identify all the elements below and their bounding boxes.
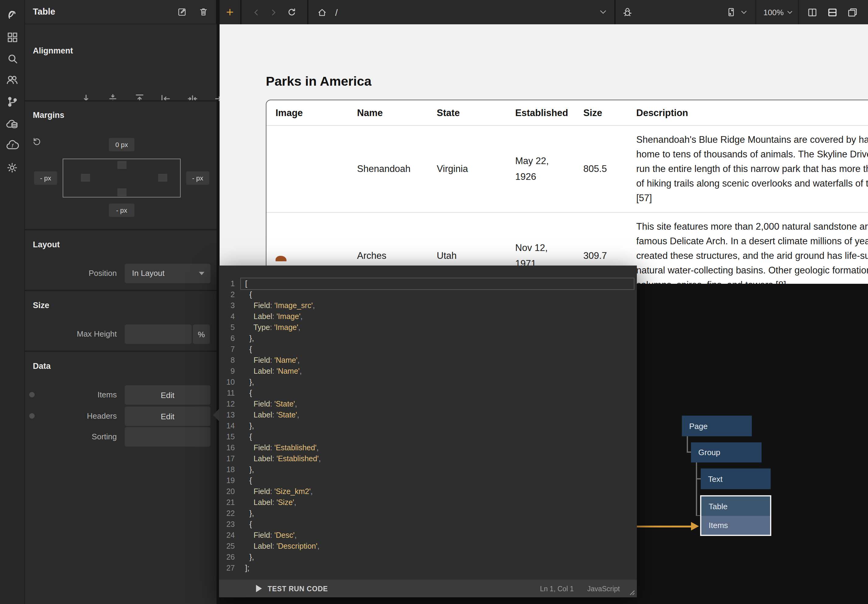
chevron-down-icon [199,272,205,276]
split-columns-icon[interactable] [806,6,818,18]
margin-top-input[interactable]: 0 px [109,138,135,151]
column-header-size: Size [583,100,636,125]
margin-left-input[interactable]: - px [34,171,57,185]
tree-node-group[interactable]: Group [691,442,761,462]
tree-node-table[interactable]: Table [701,496,770,516]
code-line: 10 }, [219,377,637,388]
margin-left-handle[interactable] [81,174,90,182]
code-editor-area[interactable]: 1[2 {3 Field: 'Image_src',4 Label: 'Imag… [219,266,637,580]
position-select-value: In Layout [132,269,164,278]
delete-component-button[interactable] [198,7,209,17]
alignment-section: Alignment [25,24,217,100]
icon-sidebar: f [0,0,24,604]
items-binding-port[interactable] [29,392,35,397]
position-label: Position [37,269,117,278]
code-line: 8 Field: 'Name', [219,355,637,366]
cloud-functions-icon[interactable]: f [0,134,24,156]
home-icon[interactable] [317,7,327,17]
data-section: Data Items Edit Headers Edit Sorting [25,351,217,604]
tree-node-table-selected[interactable]: Table Items [700,495,771,536]
cell-size: 309.7 [583,250,636,261]
settings-icon[interactable] [0,157,24,179]
size-section-label: Size [33,301,49,310]
test-run-code-button[interactable]: TEST RUN CODE [256,585,328,592]
code-line: 18 }, [219,464,637,475]
cell-established: May 22, 1926 [515,153,583,185]
margin-top-handle[interactable] [118,161,127,169]
app-logo-icon[interactable] [0,4,24,26]
code-line: 5 Type: 'Image', [219,322,637,333]
cell-name: Shenandoah [357,164,437,175]
table-row: Shenandoah Virginia May 22, 1926 805.5 S… [267,125,868,212]
app-preview-pane: Parks in America Image Name State Establ… [220,24,868,284]
margin-bottom-handle[interactable] [118,188,127,196]
tree-node-text[interactable]: Text [701,468,771,489]
tree-node-label: Text [708,474,722,484]
page-title: Parks in America [266,74,371,89]
dashboard-icon[interactable] [0,26,24,48]
column-header-state: State [437,100,515,125]
back-button[interactable] [252,8,261,17]
headers-label: Headers [37,411,117,420]
position-select[interactable]: In Layout [125,264,211,283]
margin-right-input[interactable]: - px [186,171,209,185]
search-icon[interactable] [0,47,24,69]
headers-edit-button[interactable]: Edit [125,406,211,426]
responsive-preview-icon[interactable] [726,7,736,18]
url-dropdown-chevron-icon[interactable] [600,10,606,15]
add-button[interactable] [225,7,235,17]
cell-description: Shenandoah's Blue Ridge Mountains are co… [636,126,868,212]
code-line: 25 Label: 'Description', [219,541,637,552]
margins-section-label: Margins [33,111,65,120]
items-edit-button[interactable]: Edit [125,385,211,405]
zoom-level-select[interactable]: 100% [763,8,784,17]
stacked-pages-icon[interactable] [847,6,858,18]
tree-connector [696,515,700,516]
language-mode[interactable]: JavaScript [587,585,620,592]
responsive-chevron-icon[interactable] [741,10,747,14]
resize-handle[interactable] [629,589,635,595]
code-line: 24 Field: 'Desc', [219,530,637,541]
split-rows-icon[interactable] [827,6,838,18]
cell-state: Virginia [437,164,515,175]
max-height-unit-button[interactable]: % [193,324,210,344]
nav-block [242,0,307,24]
cloud-data-icon[interactable] [0,113,24,135]
tree-connector [696,462,697,516]
code-line: 11 { [219,388,637,399]
margin-right-handle[interactable] [158,174,167,182]
sorting-input[interactable] [125,427,211,446]
items-label: Items [37,390,117,399]
svg-text:f: f [11,142,13,148]
tree-node-label: Items [708,521,728,530]
breadcrumb[interactable]: / [335,7,338,17]
code-line: 27]; [219,563,637,574]
play-icon [256,585,262,592]
margin-bottom-input[interactable]: - px [109,204,135,217]
code-line: 13 Label: 'State', [219,409,637,420]
column-header-established: Established [515,100,583,125]
forward-button[interactable] [269,8,278,17]
margins-section: Margins 0 px - px - px - px [25,100,217,229]
code-line: 2 { [219,289,637,300]
margins-reset-icon[interactable] [32,137,42,147]
layout-section: Layout Position In Layout [25,229,217,290]
topbar: / 100% [220,0,868,24]
headers-binding-port[interactable] [29,413,35,419]
users-icon[interactable] [0,69,24,91]
max-height-input[interactable] [125,324,192,344]
zoom-chevron-icon[interactable] [787,10,793,14]
table-header-row: Image Name State Established Size Descri… [267,100,868,125]
rename-component-button[interactable] [177,7,188,17]
code-line: 4 Label: 'Image', [219,311,637,322]
code-line: 22 }, [219,508,637,519]
popup-anchor-arrow [213,409,219,421]
tree-node-table-items[interactable]: Items [701,516,770,535]
tree-node-label: Table [708,502,727,511]
refresh-button[interactable] [287,7,297,17]
version-control-icon[interactable] [0,91,24,113]
properties-panel: Table Alignment Margins [24,0,216,604]
alignment-section-label: Alignment [33,46,73,55]
debug-bug-icon[interactable] [622,6,633,18]
tree-node-page[interactable]: Page [682,416,752,436]
